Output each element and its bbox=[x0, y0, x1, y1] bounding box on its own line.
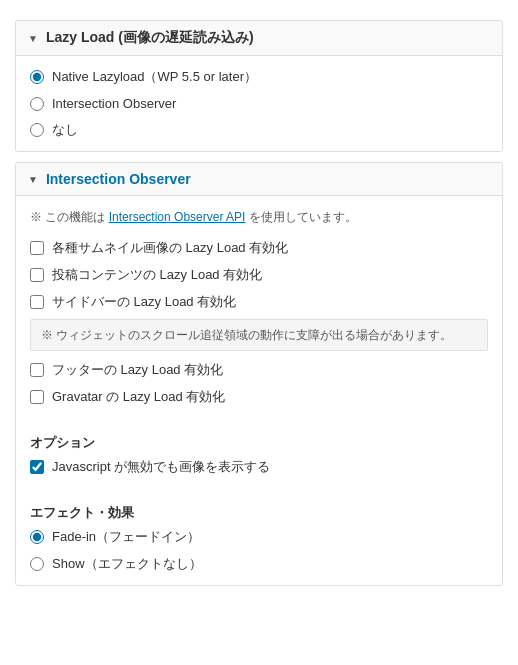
checkbox-thumbnail[interactable]: 各種サムネイル画像の Lazy Load 有効化 bbox=[30, 239, 488, 257]
checkbox-js-fallback-label: Javascript が無効でも画像を表示する bbox=[52, 458, 270, 476]
checkbox-sidebar-label: サイドバーの Lazy Load 有効化 bbox=[52, 293, 236, 311]
intersection-api-link[interactable]: Intersection Observer API bbox=[109, 210, 246, 224]
radio-none-input[interactable] bbox=[30, 123, 44, 137]
notice-suffix: を使用しています。 bbox=[249, 210, 357, 224]
radio-native[interactable]: Native Lazyload（WP 5.5 or later） bbox=[30, 68, 488, 86]
radio-intersection-input[interactable] bbox=[30, 97, 44, 111]
intersection-title: Intersection Observer bbox=[46, 171, 191, 187]
checkbox-sidebar[interactable]: サイドバーの Lazy Load 有効化 bbox=[30, 293, 488, 311]
radio-none[interactable]: なし bbox=[30, 121, 488, 139]
checkbox-thumbnail-label: 各種サムネイル画像の Lazy Load 有効化 bbox=[52, 239, 288, 257]
checkbox-post-content-input[interactable] bbox=[30, 268, 44, 282]
lazy-load-radio-group: Native Lazyload（WP 5.5 or later） Interse… bbox=[30, 68, 488, 139]
radio-show-input[interactable] bbox=[30, 557, 44, 571]
separator1 bbox=[30, 414, 488, 424]
radio-fade-in-label: Fade-in（フェードイン） bbox=[52, 528, 200, 546]
radio-show-label: Show（エフェクトなし） bbox=[52, 555, 202, 573]
intersection-body: ※ この機能は Intersection Observer API を使用してい… bbox=[16, 196, 502, 585]
radio-show[interactable]: Show（エフェクトなし） bbox=[30, 555, 488, 573]
checkbox-footer-label: フッターの Lazy Load 有効化 bbox=[52, 361, 223, 379]
checkbox-gravatar-label: Gravatar の Lazy Load 有効化 bbox=[52, 388, 225, 406]
options-label: オプション bbox=[30, 434, 488, 452]
checkbox-thumbnail-input[interactable] bbox=[30, 241, 44, 255]
lazy-load-section: ▼ Lazy Load (画像の遅延読み込み) Native Lazyload（… bbox=[15, 20, 503, 152]
checkbox-sidebar-input[interactable] bbox=[30, 295, 44, 309]
notice-prefix: ※ この機能は bbox=[30, 210, 105, 224]
main-checkboxes: 各種サムネイル画像の Lazy Load 有効化 投稿コンテンツの Lazy L… bbox=[30, 239, 488, 311]
warning-text: ※ ウィジェットのスクロール追従領域の動作に支障が出る場合があります。 bbox=[41, 328, 452, 342]
secondary-checkboxes: フッターの Lazy Load 有効化 Gravatar の Lazy Load… bbox=[30, 361, 488, 406]
checkbox-footer[interactable]: フッターの Lazy Load 有効化 bbox=[30, 361, 488, 379]
effects-label: エフェクト・効果 bbox=[30, 504, 488, 522]
checkbox-post-content[interactable]: 投稿コンテンツの Lazy Load 有効化 bbox=[30, 266, 488, 284]
lazy-load-arrow-icon: ▼ bbox=[28, 33, 38, 44]
lazy-load-body: Native Lazyload（WP 5.5 or later） Interse… bbox=[16, 56, 502, 151]
checkbox-footer-input[interactable] bbox=[30, 363, 44, 377]
radio-native-label: Native Lazyload（WP 5.5 or later） bbox=[52, 68, 257, 86]
checkbox-gravatar-input[interactable] bbox=[30, 390, 44, 404]
intersection-arrow-icon: ▼ bbox=[28, 174, 38, 185]
radio-native-input[interactable] bbox=[30, 70, 44, 84]
radio-none-label: なし bbox=[52, 121, 78, 139]
radio-intersection-label: Intersection Observer bbox=[52, 96, 176, 111]
checkbox-js-fallback-input[interactable] bbox=[30, 460, 44, 474]
notice-text: ※ この機能は Intersection Observer API を使用してい… bbox=[30, 208, 488, 227]
lazy-load-title: Lazy Load (画像の遅延読み込み) bbox=[46, 29, 254, 47]
intersection-header[interactable]: ▼ Intersection Observer bbox=[16, 163, 502, 196]
checkbox-gravatar[interactable]: Gravatar の Lazy Load 有効化 bbox=[30, 388, 488, 406]
separator2 bbox=[30, 484, 488, 494]
effects-radio-group: Fade-in（フェードイン） Show（エフェクトなし） bbox=[30, 528, 488, 573]
radio-intersection[interactable]: Intersection Observer bbox=[30, 96, 488, 111]
checkbox-post-content-label: 投稿コンテンツの Lazy Load 有効化 bbox=[52, 266, 262, 284]
options-checkboxes: Javascript が無効でも画像を表示する bbox=[30, 458, 488, 476]
checkbox-js-fallback[interactable]: Javascript が無効でも画像を表示する bbox=[30, 458, 488, 476]
warning-box: ※ ウィジェットのスクロール追従領域の動作に支障が出る場合があります。 bbox=[30, 319, 488, 351]
radio-fade-in[interactable]: Fade-in（フェードイン） bbox=[30, 528, 488, 546]
intersection-section: ▼ Intersection Observer ※ この機能は Intersec… bbox=[15, 162, 503, 586]
lazy-load-header[interactable]: ▼ Lazy Load (画像の遅延読み込み) bbox=[16, 21, 502, 56]
radio-fade-in-input[interactable] bbox=[30, 530, 44, 544]
